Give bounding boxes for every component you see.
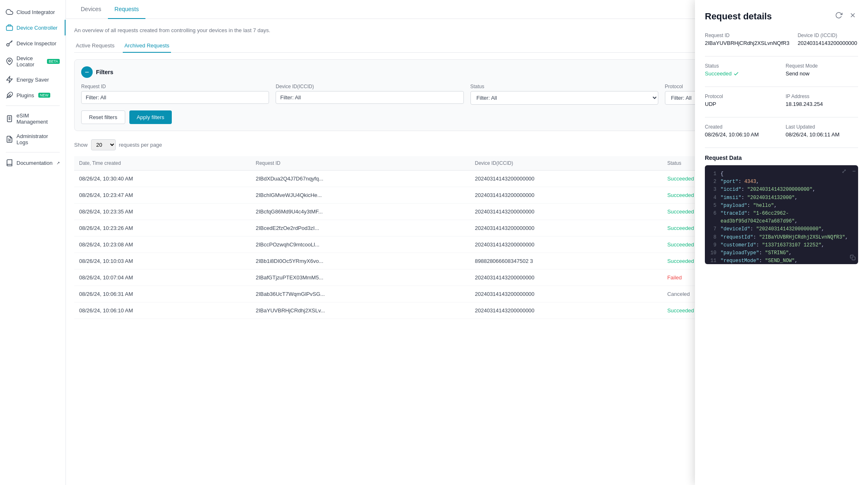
new-badge: NEW (38, 93, 50, 98)
cell-device-id: 20240314143200000000 (470, 286, 662, 302)
cell-request-id: 2IBab36UcT7WqmGlPvSG... (251, 286, 470, 302)
detail-protocol: Protocol UDP (705, 94, 777, 107)
last-updated-value: 08/26/24, 10:06:11 AM (786, 131, 858, 138)
filter-select-status[interactable]: Filter: All (470, 91, 658, 105)
line-content: "requestMode": "SEND_NOW", (721, 257, 853, 264)
code-line: 1{ (710, 170, 853, 178)
controller-icon (6, 24, 13, 31)
filter-label-device-id: Device ID(ICCID) (276, 84, 463, 89)
refresh-icon (835, 12, 842, 19)
device-id-label: Device ID (ICCID) (798, 33, 858, 38)
code-line: 3 "iccid": "20240314143200000000", (710, 186, 853, 194)
filter-label-request-id: Request ID (81, 84, 269, 89)
status-cell: Failed (667, 274, 682, 281)
divider-4 (705, 148, 858, 148)
cell-request-id: 2IBdXDua2Q4J7D67nqyfq... (251, 171, 470, 187)
sidebar-item-device-controller[interactable]: Device Controller (0, 20, 66, 35)
svg-marker-3 (7, 77, 12, 83)
protocol-label: Protocol (705, 94, 777, 99)
sidebar-label: Device Controller (16, 25, 58, 31)
col-request-id: Request ID (251, 156, 470, 171)
col-date: Date, Time created (74, 156, 251, 171)
sidebar-item-esim-management[interactable]: eSIM Management (0, 108, 66, 129)
svg-rect-14 (852, 257, 855, 260)
divider-2 (705, 87, 858, 87)
sidebar-item-administrator-logs[interactable]: Administrator Logs (0, 129, 66, 150)
line-content: "traceId": "1-66cc2962-ead3bf95d7042ce47… (721, 210, 853, 225)
sidebar-item-device-locator[interactable]: Device Locator BETA (0, 51, 66, 72)
sub-tab-active[interactable]: Active Requests (74, 39, 116, 53)
filter-input-device-id[interactable] (276, 91, 463, 104)
beta-badge: BETA (47, 59, 60, 64)
sidebar-item-device-inspector[interactable]: Device Inspector (0, 35, 66, 51)
sidebar-item-documentation[interactable]: Documentation ↗ (0, 155, 66, 171)
cell-device-id: 20240314143200000000 (470, 204, 662, 220)
line-number: 4 (710, 194, 716, 202)
line-number: 7 (710, 225, 716, 233)
cell-date: 08/26/24, 10:30:40 AM (74, 171, 251, 187)
code-line: 6 "traceId": "1-66cc2962-ead3bf95d7042ce… (710, 210, 853, 225)
sidebar-label: Administrator Logs (16, 133, 60, 145)
filters-toggle-button[interactable]: − (81, 66, 93, 78)
refresh-button[interactable] (833, 10, 844, 23)
esim-icon (6, 115, 13, 122)
filter-input-request-id[interactable] (81, 91, 269, 104)
cell-request-id: 2IBcedE2fzOe2rdPod3zI... (251, 220, 470, 237)
sidebar-label: Plugins (16, 92, 34, 98)
minimize-code-button[interactable]: − (852, 168, 856, 174)
col-device-id: Device ID(ICCID) (470, 156, 662, 171)
sub-tab-archived[interactable]: Archived Requests (123, 39, 171, 53)
code-line: 10 "payloadType": "STRING", (710, 249, 853, 257)
code-lines: 1{2 "port": 4343,3 "iccid": "20240314143… (710, 170, 853, 264)
line-content: "requestId": "2IBaYUVBRHjCRdhj2XSLvnNQfR… (721, 234, 853, 241)
cell-request-id: 2IBcfqG86Md9U4c4y3tMF... (251, 204, 470, 220)
apply-filters-button[interactable]: Apply filters (129, 110, 172, 124)
expand-code-button[interactable]: ⤢ (842, 168, 847, 174)
line-content: "payloadType": "STRING", (721, 249, 853, 257)
request-data-section: Request Data ⤢ − 1{2 "port": 4343,3 "icc… (705, 155, 858, 264)
sidebar-divider (6, 105, 60, 106)
tab-devices[interactable]: Devices (74, 0, 108, 19)
last-updated-label: Last Updated (786, 124, 858, 130)
detail-grid-status: Status Succeeded Request Mode Send now (705, 63, 858, 77)
reset-filters-button[interactable]: Reset filters (81, 110, 125, 124)
cell-date: 08/26/24, 10:06:31 AM (74, 286, 251, 302)
line-number: 3 (710, 186, 716, 194)
filters-title: Filters (96, 69, 113, 75)
status-label: Status (705, 63, 777, 69)
copy-code-button[interactable] (850, 255, 856, 262)
cell-device-id: 20240314143200000000 (470, 302, 662, 319)
sidebar-item-energy-saver[interactable]: Energy Saver (0, 72, 66, 87)
detail-grid-protocol: Protocol UDP IP Address 18.198.243.254 (705, 94, 858, 107)
cell-request-id: 2IBafGTjzuPTEX03MmM5... (251, 269, 470, 286)
copy-icon (850, 255, 856, 260)
divider-3 (705, 117, 858, 117)
cell-date: 08/26/24, 10:23:08 AM (74, 237, 251, 253)
line-content: "port": 4343, (721, 178, 853, 186)
code-line: 8 "requestId": "2IBaYUVBRHjCRdhj2XSLvnNQ… (710, 234, 853, 241)
cell-device-id: 20240314143200000000 (470, 171, 662, 187)
cell-device-id: 20240314143200000000 (470, 237, 662, 253)
cell-date: 08/26/24, 10:10:03 AM (74, 253, 251, 269)
divider-1 (705, 56, 858, 56)
code-line: 7 "deviceId": "20240314143200000000", (710, 225, 853, 233)
request-id-label: Request ID (705, 33, 789, 38)
code-line: 11 "requestMode": "SEND_NOW", (710, 257, 853, 264)
panel-header-actions (833, 10, 858, 23)
sidebar-label: Device Locator (16, 55, 43, 68)
device-id-value: 20240314143200000000 (798, 40, 858, 46)
line-content: "imsii": "20240314132000", (721, 194, 853, 202)
cell-request-id: 2IBaYUVBRHjCRdhj2XSLv... (251, 302, 470, 319)
ip-label: IP Address (786, 94, 858, 99)
sidebar-item-cloud-integrator[interactable]: Cloud Integrator (0, 4, 66, 20)
filter-group-status: Status Filter: All (470, 84, 658, 105)
close-panel-button[interactable] (847, 10, 858, 23)
sidebar-label: eSIM Management (16, 112, 60, 125)
svg-point-2 (9, 60, 11, 62)
detail-device-id: Device ID (ICCID) 20240314143200000000 (798, 33, 858, 46)
sidebar-item-plugins[interactable]: Plugins NEW (0, 87, 66, 103)
request-details-panel: Request details Request ID 2IBaYUVBRHjCR… (695, 0, 868, 485)
per-page-select[interactable]: 20 10 50 100 (91, 139, 116, 150)
tab-requests[interactable]: Requests (108, 0, 145, 19)
panel-title: Request details (705, 11, 772, 22)
